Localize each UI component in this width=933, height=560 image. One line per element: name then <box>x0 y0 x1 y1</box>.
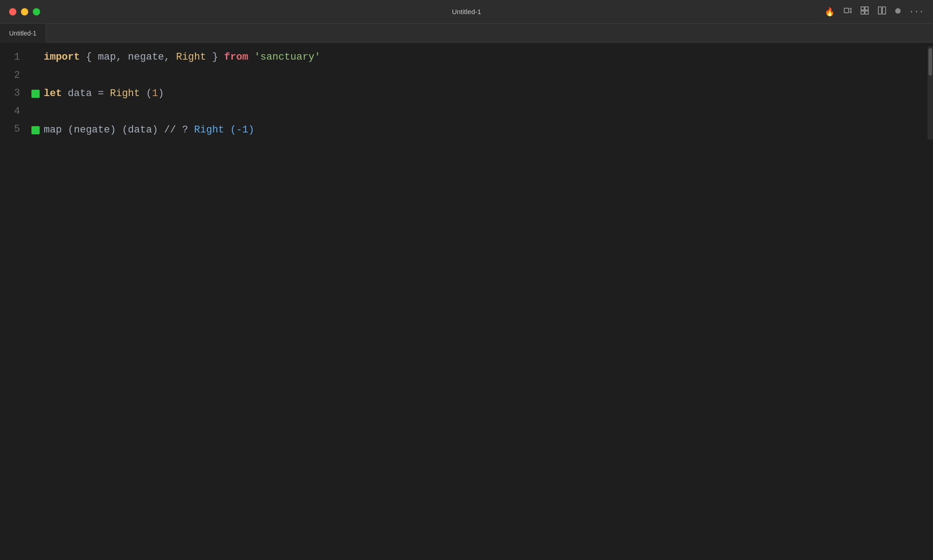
line-number-5: 5 <box>0 120 20 138</box>
svg-rect-6 <box>882 7 886 14</box>
svg-rect-5 <box>878 7 882 14</box>
code-area: 1 2 3 4 5 import { map, negate, <box>0 43 933 139</box>
svg-rect-0 <box>844 8 849 13</box>
traffic-lights <box>9 8 40 15</box>
token-Right-import: Right <box>176 48 206 66</box>
window-title: Untitled-1 <box>452 8 481 15</box>
gutter-5 <box>27 121 44 139</box>
token-paren-open-3: ( <box>140 85 152 103</box>
line-number-2: 2 <box>0 66 20 85</box>
title-bar: Untitled-1 🔥 <box>0 0 933 24</box>
line-number-1: 1 <box>0 48 20 66</box>
code-lines[interactable]: import { map, negate, Right } from 'sanc… <box>44 46 928 139</box>
tab-bar: Untitled-1 <box>0 24 933 43</box>
svg-rect-3 <box>861 11 864 14</box>
gutter <box>27 46 44 139</box>
code-line-2 <box>44 66 928 85</box>
svg-rect-2 <box>865 7 868 10</box>
svg-rect-1 <box>861 7 864 10</box>
close-button[interactable] <box>9 8 16 15</box>
run-indicator-5[interactable] <box>31 126 40 134</box>
line-number-3: 3 <box>0 84 20 102</box>
code-line-1: import { map, negate, Right } from 'sanc… <box>44 48 928 66</box>
scrollbar[interactable] <box>928 46 933 139</box>
editor: Untitled-1 1 2 3 4 5 im <box>0 24 933 139</box>
token-1: 1 <box>152 85 158 103</box>
broadcast-icon[interactable] <box>843 6 852 17</box>
minimize-button[interactable] <box>21 8 28 15</box>
token-brace-close: } <box>206 48 224 66</box>
token-let: let <box>44 85 62 103</box>
token-map-call: map (negate) (data) // ? <box>44 121 194 139</box>
gutter-3 <box>27 85 44 103</box>
maximize-button[interactable] <box>33 8 40 15</box>
toolbar-right: 🔥 <box>825 6 924 17</box>
token-from: from <box>224 48 248 66</box>
grid-icon[interactable] <box>860 6 869 17</box>
line-number-4: 4 <box>0 102 20 121</box>
line-numbers: 1 2 3 4 5 <box>0 46 27 139</box>
token-space <box>248 48 254 66</box>
token-map: map, negate, <box>98 48 176 66</box>
flame-icon[interactable]: 🔥 <box>825 7 835 17</box>
token-sanctuary: 'sanctuary' <box>254 48 320 66</box>
token-import: import <box>44 48 80 66</box>
code-line-3: let data = Right ( 1 ) <box>44 85 928 103</box>
more-icon[interactable]: ··· <box>909 7 924 16</box>
columns-icon[interactable] <box>877 6 887 17</box>
gutter-4 <box>27 103 44 121</box>
code-line-5: map (negate) (data) // ? Right (-1) <box>44 121 928 139</box>
token-brace-open: { <box>80 48 98 66</box>
svg-point-7 <box>895 8 901 14</box>
token-Right-line3: Right <box>110 85 140 103</box>
svg-rect-4 <box>865 11 868 14</box>
status-circle <box>895 7 901 16</box>
code-line-4 <box>44 103 928 121</box>
tab-label: Untitled-1 <box>9 30 36 37</box>
scrollbar-thumb[interactable] <box>928 48 932 76</box>
tab-untitled[interactable]: Untitled-1 <box>0 24 46 43</box>
run-indicator-3[interactable] <box>31 90 40 98</box>
token-paren-close-3: ) <box>158 85 164 103</box>
token-data-assign: data = <box>62 85 110 103</box>
gutter-2 <box>27 66 44 85</box>
token-result: Right (-1) <box>194 121 254 139</box>
gutter-1 <box>27 48 44 66</box>
